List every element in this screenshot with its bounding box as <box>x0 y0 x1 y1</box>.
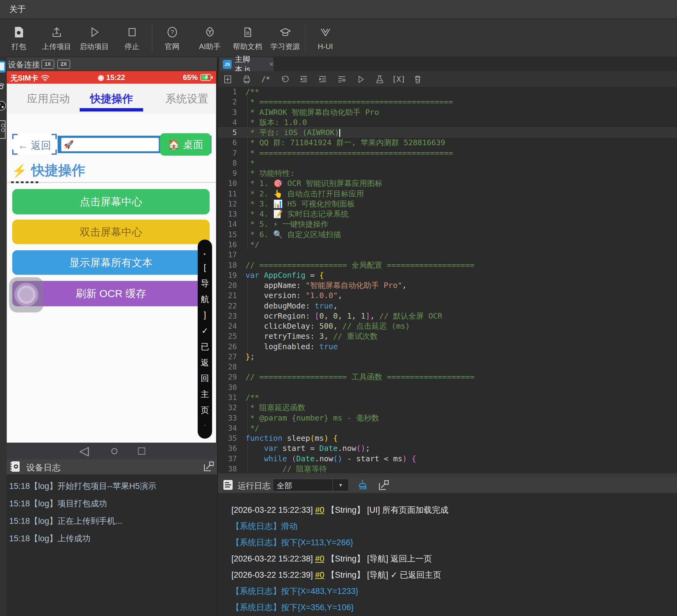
code-line-5[interactable]: 5 * 平台: iOS (AIWROK) <box>218 128 677 138</box>
toolbar-button-AI助手[interactable]: AI助手 <box>191 21 229 55</box>
device-log-entry: 15:18【log】上传成功 <box>9 530 218 548</box>
code-line-12[interactable]: 12 * 3. 📊 H5 可视化控制面板 <box>218 199 677 209</box>
trash-icon[interactable] <box>412 74 423 85</box>
toolbar-button-官网[interactable]: ?官网 <box>153 21 191 55</box>
nav-back-icon[interactable]: ◁ <box>78 443 90 459</box>
phone-tab-system-settings[interactable]: 系统设置 <box>166 92 209 106</box>
new-file-icon[interactable] <box>222 74 233 85</box>
action-button-显示屏幕所有文本[interactable]: 显示屏幕所有文本 <box>12 250 210 275</box>
toolbar-button-打包[interactable]: 打包 <box>0 21 38 55</box>
code-line-19[interactable]: 19var AppConfig = { <box>218 270 677 280</box>
code-line-32[interactable]: 32 * 阻塞延迟函数 <box>218 402 677 413</box>
test-flask-icon[interactable] <box>374 74 385 85</box>
palette-icon[interactable] <box>0 99 7 112</box>
run-log-icon <box>222 479 234 490</box>
code-line-22[interactable]: 22 debugMode: true, <box>218 301 677 311</box>
nav-home-icon[interactable]: ○ <box>107 443 121 459</box>
url-input[interactable]: 🚀 <box>61 138 159 151</box>
code-line-21[interactable]: 21 version: "1.0.0", <box>218 290 677 300</box>
code-line-10[interactable]: 10 * 1. 🎯 OCR 智能识别屏幕应用图标 <box>218 178 677 188</box>
toolbar-button-学习资源[interactable]: 学习资源 <box>266 21 304 55</box>
code-line-37[interactable]: 37 while (Date.now() - start < ms) { <box>218 454 677 464</box>
code-line-20[interactable]: 20 appName: "智能屏幕自动化助手 Pro", <box>218 280 677 290</box>
zoom-1x-button[interactable]: 1X <box>41 60 54 69</box>
zoom-2x-button[interactable]: 2X <box>57 60 70 69</box>
action-button-双击屏幕中心[interactable]: 双击屏幕中心 <box>12 220 210 244</box>
code-line-13[interactable]: 13 * 4. 📝 实时日志记录系统 <box>218 209 677 219</box>
code-line-29[interactable]: 29// =================== 工具函数 ==========… <box>218 372 677 382</box>
assistive-touch-button[interactable] <box>9 277 44 313</box>
record-icon: ◉ <box>98 73 104 82</box>
code-line-8[interactable]: 8 * <box>218 158 677 168</box>
back-arrow-icon: ← <box>18 140 28 151</box>
outdent-icon[interactable] <box>298 74 309 85</box>
phone-mirror[interactable]: 无SIM卡 ◉ 15:22 65% 应用启动 快捷操作 系统设置 ← 返回 🚀 <box>7 71 216 443</box>
component-group-icon[interactable] <box>0 121 5 139</box>
expand-icon[interactable] <box>378 479 390 491</box>
code-line-4[interactable]: 4 * 版本: 1.0.0 <box>218 117 677 128</box>
back-button[interactable]: ← 返回 <box>12 134 57 155</box>
device-log-entry: 15:18【log】正在上传到手机... <box>9 513 218 530</box>
comment-icon[interactable]: /* <box>260 74 271 85</box>
toolbar-button-H-UI[interactable]: H-UI <box>307 21 344 55</box>
code-line-28[interactable]: 28 <box>218 362 677 372</box>
code-line-38[interactable]: 38 // 阻塞等待 <box>218 464 677 473</box>
code-line-11[interactable]: 11 * 2. 👆 自动点击打开目标应用 <box>218 189 677 199</box>
log-filter-dropdown[interactable]: 全部 ▼ <box>273 479 349 491</box>
code-line-35[interactable]: 35function sleep(ms) { <box>218 433 677 443</box>
menu-about[interactable]: 关于 <box>9 0 26 18</box>
code-line-2[interactable]: 2 * ====================================… <box>218 97 677 107</box>
print-icon[interactable] <box>241 74 252 85</box>
toolbar-button-帮助文档[interactable]: 帮助文档 <box>229 21 266 55</box>
clear-vars-icon[interactable]: [X] <box>393 74 404 85</box>
code-line-27[interactable]: 27}; <box>218 352 677 362</box>
toolbar-separator <box>305 23 306 53</box>
action-button-点击屏幕中心[interactable]: 点击屏幕中心 <box>12 189 210 215</box>
indent-icon[interactable] <box>317 74 328 85</box>
code-line-31[interactable]: 31/** <box>218 392 677 402</box>
code-line-3[interactable]: 3 * AIWROK 智能屏幕自动化助手 Pro <box>218 107 677 117</box>
code-line-18[interactable]: 18// =================== 全局配置 ==========… <box>218 260 677 270</box>
graduation-icon <box>278 25 292 39</box>
toolbar-button-启动项目[interactable]: 启动项目 <box>76 21 113 55</box>
clear-log-icon[interactable] <box>356 479 369 491</box>
expand-icon[interactable] <box>203 461 215 472</box>
code-line-16[interactable]: 16 */ <box>218 240 677 250</box>
code-line-33[interactable]: 33 * @param {number} ms - 毫秒数 <box>218 413 677 423</box>
run-log-list[interactable]: [2026-03-22 15:22:33] #0 【String】 [UI] 所… <box>218 493 677 616</box>
code-editor[interactable]: 1/**2 * ================================… <box>218 87 677 473</box>
code-line-15[interactable]: 15 * 6. 🔍 自定义区域扫描 <box>218 229 677 240</box>
remote-control-icon[interactable] <box>0 79 7 92</box>
code-line-7[interactable]: 7 * ====================================… <box>218 148 677 158</box>
phone-tab-app-launch[interactable]: 应用启动 <box>27 92 70 106</box>
toolbar-button-上传项目[interactable]: 上传项目 <box>38 21 76 55</box>
desktop-button[interactable]: 🏠 桌面 <box>160 133 211 156</box>
code-line-23[interactable]: 23 ocrRegion: [0, 0, 1, 1], // 默认全屏 OCR <box>218 311 677 321</box>
code-line-30[interactable]: 30 <box>218 382 677 392</box>
run-log-title: 运行日志 <box>237 480 271 491</box>
code-line-14[interactable]: 14 * 5. ⚡ 一键快捷操作 <box>218 219 677 229</box>
code-line-34[interactable]: 34 */ <box>218 423 677 433</box>
code-line-24[interactable]: 24 clickDelay: 500, // 点击延迟 (ms) <box>218 321 677 331</box>
device-log-list[interactable]: 15:18【log】开始打包项目--苹果H5演示15:18【log】项目打包成功… <box>7 474 218 616</box>
code-line-36[interactable]: 36 var start = Date.now(); <box>218 443 677 453</box>
code-line-1[interactable]: 1/** <box>218 87 677 97</box>
tab-close-icon[interactable]: × <box>269 59 274 69</box>
nav-recents-icon[interactable]: □ <box>135 443 148 459</box>
code-line-26[interactable]: 26 logEnabled: true <box>218 341 677 352</box>
editor-tab-main-script[interactable]: JS 主脚本.js × <box>219 57 274 71</box>
phone-tab-quick-actions[interactable]: 快捷操作 <box>90 92 133 106</box>
format-icon[interactable] <box>336 74 347 85</box>
run-icon[interactable] <box>355 74 366 85</box>
toolbar-separator <box>152 23 152 53</box>
code-line-9[interactable]: 9 * 功能特性: <box>218 168 677 178</box>
device-log-entry: 15:18【log】项目打包成功 <box>9 495 218 513</box>
undo-icon[interactable] <box>279 74 290 85</box>
dropdown-arrow-icon[interactable]: ▼ <box>332 479 349 491</box>
editor-hscrollbar[interactable] <box>218 473 677 477</box>
code-line-6[interactable]: 6 * QQ 群: 711841924 群一, 苹果内测群 528816639 <box>218 138 677 148</box>
toolbar-button-停止[interactable]: 停止 <box>113 21 151 55</box>
code-line-25[interactable]: 25 retryTimes: 3, // 重试次数 <box>218 331 677 341</box>
code-line-17[interactable]: 17 <box>218 250 677 260</box>
phone-mirror-icon[interactable] <box>0 60 7 73</box>
